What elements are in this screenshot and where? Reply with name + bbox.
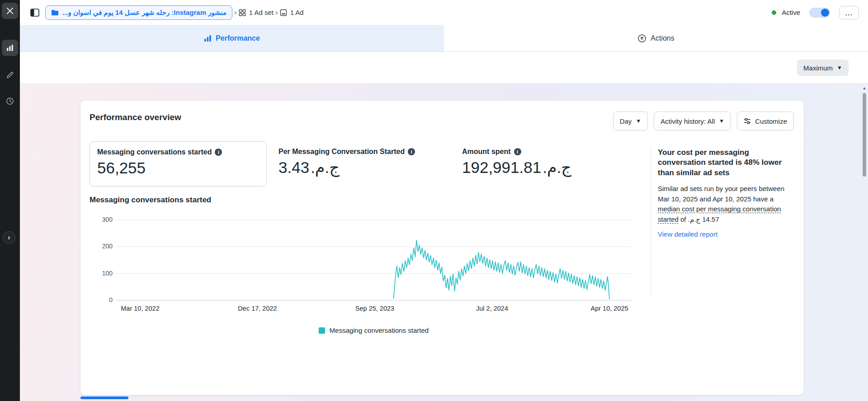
chart-legend[interactable]: Messaging conversations started [116,326,631,334]
chevron-right-icon: › [8,233,10,242]
metric-card-amount-spent[interactable]: Amount spent i 192,991.81 ج.م. [462,148,571,177]
performance-overview-card: Performance overview Day ▼ Activity hist… [80,101,804,395]
page-title: Performance overview [90,112,181,122]
x-axis-tick-label: Jul 2, 2024 [458,305,526,312]
metric-label: Amount spent [462,148,511,156]
day-dropdown-label: Day [620,117,632,125]
scrollbar-thumb[interactable] [863,93,866,177]
view-detailed-report-link[interactable]: View detailed report [658,230,794,238]
insight-body: Similar ad sets run by your peers betwee… [658,184,794,224]
metric-currency: ج.م. [542,159,571,177]
insight-title: Your cost per messaging conversation sta… [658,148,794,178]
topbar-right: Active … [772,6,859,19]
metric-label: Messaging conversations started [97,148,212,156]
breadcrumb-separator: › [274,8,280,17]
performance-bars-icon [204,35,212,42]
more-options-button[interactable]: … [839,6,859,19]
x-axis-tick-label: Mar 10, 2022 [106,305,174,312]
close-icon [6,7,14,14]
tab-actions[interactable]: Actions [444,25,868,51]
tab-actions-label: Actions [651,34,674,42]
info-icon[interactable]: i [408,148,415,155]
breadcrumb-ad[interactable]: 1 Ad [280,9,304,16]
insight-body-underlined-term: median cost per messaging conversation s… [658,205,781,223]
tab-bar: Performance Actions [20,25,868,52]
customize-button[interactable]: Customize [737,112,794,131]
chart-title: Messaging conversations started [90,196,211,205]
overview-controls: Day ▼ Activity history: All ▼ Customize [613,112,794,131]
sidebar-item-charts[interactable] [2,40,18,56]
active-status-dot [772,10,776,15]
metric-value: 192,991.81 [462,159,541,177]
info-icon[interactable]: i [215,149,222,156]
metric-card-cost-per-conversation[interactable]: Per Messaging Conversation Started i 3.4… [278,148,415,177]
sliders-icon [744,117,751,125]
y-axis-tick-label: 0 [88,296,113,303]
left-rail [0,0,20,401]
active-toggle[interactable] [809,8,830,18]
activity-history-dropdown[interactable]: Activity history: All ▼ [654,112,731,131]
insight-body-text: of [679,215,688,223]
bar-chart-icon [6,44,14,52]
clock-icon [6,97,14,105]
scrollbar-up-arrow[interactable]: ▲ [862,86,867,90]
toggle-knob [821,9,829,17]
metric-value: 56,255 [97,159,146,177]
breadcrumb-adset[interactable]: 1 Ad set [239,9,274,16]
expand-sidebar-button[interactable]: › [3,231,15,244]
metric-value: 3.43 [278,159,309,177]
chevron-down-icon: ▼ [636,118,641,124]
top-bar: منشور Instagram: رحله شهر عسل 14 يوم في … [20,0,868,25]
breadcrumb-adset-label: 1 Ad set [249,9,274,16]
x-axis-tick-label: Apr 10, 2025 [576,305,643,312]
ellipsis-icon: … [845,8,854,18]
tab-performance[interactable]: Performance [20,25,444,51]
breadcrumb: منشور Instagram: رحله شهر عسل 14 يوم في … [45,5,304,20]
metric-currency: ج.م. [311,159,340,177]
info-icon[interactable]: i [514,148,521,155]
breadcrumb-separator: › [232,8,239,17]
chevron-down-icon: ▼ [837,65,842,71]
scrollbar[interactable]: ▲ [862,86,867,177]
pencil-icon [6,71,14,79]
vertical-divider [651,148,651,297]
insight-body-value: 14.57 ج.م. [688,215,719,223]
insight-panel: Your cost per messaging conversation sta… [658,148,794,238]
breadcrumb-campaign[interactable]: منشور Instagram: رحله شهر عسل 14 يوم في … [45,5,232,20]
content-area: Performance overview Day ▼ Activity hist… [20,83,868,401]
breadcrumb-campaign-label: منشور Instagram: رحله شهر عسل 14 يوم في … [62,9,226,17]
messaging-conversations-line-chart [116,220,631,300]
day-dropdown[interactable]: Day ▼ [613,112,648,131]
adset-grid-icon [239,9,246,16]
y-axis-tick-label: 200 [88,242,113,250]
legend-swatch [319,327,325,334]
metric-card-messaging-conversations[interactable]: Messaging conversations started i 56,255 [90,141,267,187]
sidebar-item-history[interactable] [2,93,18,109]
status-badge: Active [782,9,800,16]
panel-toggle-icon [30,8,40,18]
legend-label: Messaging conversations started [330,326,429,334]
breadcrumb-ad-label: 1 Ad [290,9,304,16]
metric-label: Per Messaging Conversation Started [278,148,405,156]
chevron-down-icon: ▼ [719,118,724,124]
panel-toggle-button[interactable] [29,7,41,19]
page: { "topbar": { "breadcrumb": { "campaign_… [0,0,868,401]
y-axis-tick-label: 100 [88,270,113,277]
y-axis-tick-label: 300 [88,216,113,223]
x-axis-tick-label: Dec 17, 2022 [224,305,292,312]
maximum-dropdown[interactable]: Maximum ▼ [797,60,849,76]
folder-icon [51,9,59,16]
tab-performance-label: Performance [216,34,260,42]
maximum-dropdown-label: Maximum [803,64,833,72]
insight-body-text: Similar ad sets run by your peers betwee… [658,185,784,203]
x-axis-tick-label: Sep 25, 2023 [341,305,409,312]
bottom-partial-blue-bar [80,396,128,399]
ad-frame-icon [280,9,287,16]
sidebar-item-edit[interactable] [2,67,18,83]
activity-history-label: Activity history: All [660,117,715,125]
close-button[interactable] [2,3,18,19]
circle-arrow-up-icon [637,34,646,43]
customize-button-label: Customize [755,117,787,125]
